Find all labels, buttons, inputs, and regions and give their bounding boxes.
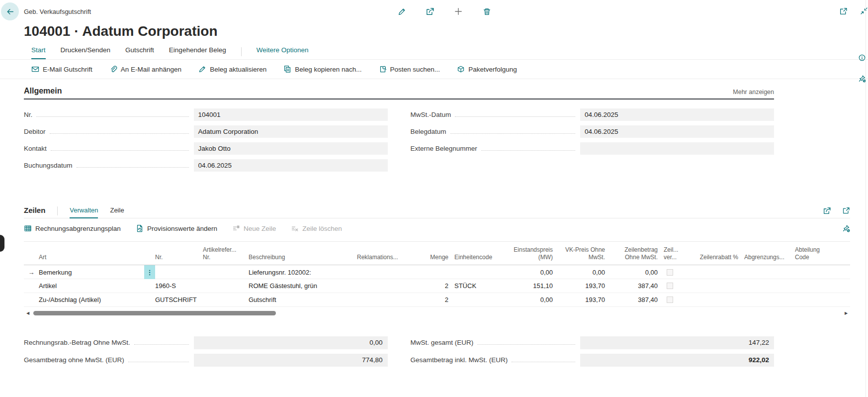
tab-drucken-senden[interactable]: Drucken/Senden — [61, 46, 111, 59]
debitor-field[interactable]: Adatum Corporation — [194, 125, 388, 138]
package-icon — [457, 65, 465, 73]
col-nr[interactable]: Nr. — [155, 254, 203, 261]
search-entries-icon — [379, 65, 387, 73]
field-gesamtbetrag-inkl-mwst: Gesamtbetrag inkl. MwSt. (EUR) 922,02 — [411, 351, 775, 369]
general-left-column: Nr. 104001 Debitor Adatum Corporation Ko… — [24, 106, 388, 174]
scroll-right-button[interactable]: ▶ — [842, 311, 850, 315]
field-mwst-datum: MwSt.-Datum 04.06.2025 — [411, 106, 775, 123]
field-kontakt: Kontakt Jakob Otto — [24, 140, 388, 157]
field-nr: Nr. 104001 — [24, 106, 388, 123]
lines-tab-zeile[interactable]: Zeile — [110, 206, 124, 218]
tab-weitere-optionen[interactable]: Weitere Optionen — [257, 46, 309, 59]
action-bar: E-Mail Gutschrift An E-Mail anhängen Bel… — [0, 60, 868, 79]
rechnungsabgrenzungsplan-button[interactable]: Rechnungsabgrenzungsplan — [24, 224, 121, 232]
unpin-lines-toolbar-button[interactable] — [842, 224, 850, 232]
scrollbar-thumb[interactable] — [33, 311, 276, 315]
open-in-new-window-button[interactable] — [839, 7, 848, 15]
rechnungsrabatt-field[interactable]: 0,00 — [194, 336, 388, 349]
edit-button[interactable] — [394, 4, 409, 19]
tab-gutschrift[interactable]: Gutschrift — [125, 46, 154, 59]
share-icon — [823, 206, 831, 215]
field-buchungsdatum: Buchungsdatum 04.06.2025 — [24, 157, 388, 174]
show-more-link[interactable]: Mehr anzeigen — [733, 89, 774, 96]
field-debitor: Debitor Adatum Corporation — [24, 123, 388, 140]
col-zeilenrabatt[interactable]: Zeilenrabatt % — [691, 254, 744, 261]
gesamtbetrag-ohne-mwst-field[interactable]: 774,80 — [194, 354, 388, 367]
mail-icon — [31, 65, 39, 73]
table-row[interactable]: Artikel 1960-S ROME Gästestuhl, grün 2 S… — [24, 279, 850, 293]
new-document-button[interactable] — [451, 4, 466, 19]
zeil-ver-checkbox[interactable] — [667, 297, 673, 303]
section-title: Allgemein — [24, 87, 62, 96]
info-button[interactable] — [858, 54, 866, 62]
lines-header: Zeilen Verwalten Zeile — [24, 203, 850, 218]
side-panel-handle[interactable] — [0, 235, 4, 252]
paketverfolgung-button[interactable]: Paketverfolgung — [457, 65, 517, 73]
collapse-icon — [860, 7, 868, 15]
col-menge[interactable]: Menge — [407, 254, 454, 261]
lines-open-button[interactable] — [842, 206, 850, 215]
col-reklamations[interactable]: Reklamations... — [357, 254, 407, 261]
pencil-icon — [398, 7, 406, 16]
email-gutschrift-button[interactable]: E-Mail Gutschrift — [31, 65, 92, 73]
pin-slash-icon — [842, 224, 850, 232]
table-row[interactable]: Zu-/Abschlag (Artikel) GUTSCHRIFT Gutsch… — [24, 293, 850, 307]
col-art[interactable]: Art — [39, 254, 144, 261]
change-commission-icon — [136, 224, 144, 232]
scroll-left-button[interactable]: ◀ — [24, 311, 32, 315]
col-einheitencode[interactable]: Einheitencode — [454, 254, 509, 261]
beleg-kopieren-button[interactable]: Beleg kopieren nach... — [283, 65, 361, 73]
nr-field[interactable]: 104001 — [194, 108, 388, 121]
col-vk-preis[interactable]: VK-Preis Ohne MwSt. — [559, 246, 611, 261]
belegdatum-field[interactable]: 04.06.2025 — [580, 125, 774, 138]
tab-eingehender-beleg[interactable]: Eingehender Beleg — [169, 46, 226, 59]
back-button[interactable] — [1, 2, 19, 20]
deferral-schedule-icon — [24, 224, 32, 232]
totals-right-column: MwSt. gesamt (EUR) 147,22 Gesamtbetrag i… — [411, 334, 775, 369]
general-right-column: MwSt.-Datum 04.06.2025 Belegdatum 04.06.… — [411, 106, 775, 174]
pin-slash-icon — [858, 75, 866, 83]
share-button[interactable] — [423, 4, 437, 19]
lines-divider — [57, 206, 58, 215]
an-email-anhaengen-button[interactable]: An E-Mail anhängen — [109, 65, 181, 73]
totals-left-column: Rechnungsrab.-Betrag Ohne MwSt. 0,00 Ges… — [24, 334, 388, 369]
copy-document-icon — [283, 65, 291, 73]
col-zeil-ver[interactable]: Zeil... ver... — [664, 246, 691, 261]
unpin-actionbar-button[interactable] — [858, 75, 866, 83]
field-rechnungsrabatt: Rechnungsrab.-Betrag Ohne MwSt. 0,00 — [24, 334, 388, 351]
tab-divider — [241, 47, 242, 56]
kontakt-field[interactable]: Jakob Otto — [194, 142, 388, 155]
lines-share-button[interactable] — [823, 206, 831, 215]
posten-suchen-button[interactable]: Posten suchen... — [379, 65, 440, 73]
col-beschreibung[interactable]: Beschreibung — [249, 254, 357, 261]
col-artikelreferenz-nr[interactable]: Artikelrefer... Nr. — [203, 246, 249, 261]
zeil-ver-checkbox[interactable] — [667, 269, 673, 276]
pencil-icon — [198, 65, 206, 73]
totals-section: Rechnungsrab.-Betrag Ohne MwSt. 0,00 Ges… — [24, 334, 774, 369]
zeil-ver-checkbox[interactable] — [667, 283, 673, 289]
active-row-arrow-icon: → — [24, 269, 39, 276]
delete-line-icon — [291, 224, 299, 232]
beleg-aktualisieren-button[interactable]: Beleg aktualisieren — [198, 65, 266, 73]
delete-button[interactable] — [479, 4, 494, 19]
externe-belegnummer-field[interactable] — [580, 142, 774, 155]
col-abgrenzungs[interactable]: Abgrenzungs... — [744, 254, 795, 261]
col-einstandspreis[interactable]: Einstandspreis (MW) — [509, 246, 559, 261]
field-belegdatum: Belegdatum 04.06.2025 — [411, 123, 775, 140]
window-controls — [839, 7, 868, 15]
col-zeilenbetrag[interactable]: Zeilenbetrag Ohne MwSt. — [611, 246, 664, 261]
tab-start[interactable]: Start — [31, 46, 46, 59]
document-actions — [394, 4, 494, 19]
minimize-page-button[interactable] — [860, 7, 868, 15]
provisionswerte-aendern-button[interactable]: Provisionswerte ändern — [136, 224, 217, 232]
gesamtbetrag-inkl-mwst-field[interactable]: 922,02 — [580, 354, 774, 367]
buchungsdatum-field[interactable]: 04.06.2025 — [194, 159, 388, 172]
mwst-gesamt-field[interactable]: 147,22 — [580, 336, 774, 349]
new-line-icon — [232, 224, 240, 232]
popout-icon — [839, 7, 848, 15]
lines-tab-verwalten[interactable]: Verwalten — [70, 206, 98, 218]
row-menu-button[interactable]: ⋮ — [144, 265, 155, 279]
table-row[interactable]: → Bemerkung ⋮ Lieferungsnr. 102002: 0,00… — [24, 265, 850, 279]
mwst-datum-field[interactable]: 04.06.2025 — [580, 108, 774, 121]
col-abteilung-code[interactable]: Abteilung Code — [795, 246, 849, 261]
